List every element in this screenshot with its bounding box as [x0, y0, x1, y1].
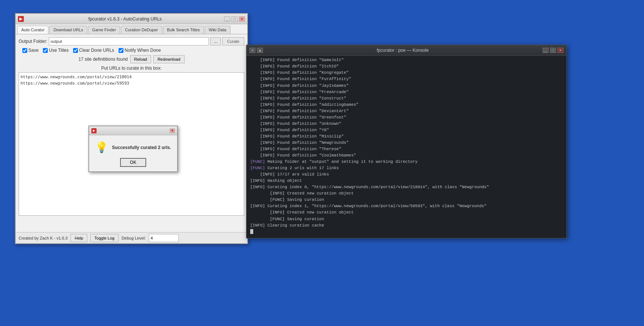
success-dialog: ▶ ✕ 💡 Successfully curated 2 urls. OK — [88, 126, 178, 172]
dialog-content: 💡 Successfully curated 2 urls. OK — [89, 135, 177, 171]
konsole-title: fpcurator : poe — Konsole — [263, 48, 543, 53]
bulb-icon: 💡 — [95, 141, 108, 153]
konsole-right-buttons: _ □ ✕ — [543, 48, 563, 53]
konsole-close-button[interactable]: ✕ — [557, 48, 563, 53]
dialog-close-button[interactable]: ✕ — [170, 129, 175, 133]
terminal-content[interactable]: ~/Documents/Code/git/fpcurator main > po… — [246, 56, 566, 238]
dialog-ok-button[interactable]: OK — [120, 158, 146, 167]
konsole-menu-button[interactable]: ≡ — [249, 48, 255, 53]
dialog-message: Successfully curated 2 urls. — [112, 145, 171, 150]
dialog-app-icon: ▶ — [91, 128, 97, 133]
konsole-minimize-button[interactable]: _ — [543, 48, 549, 53]
konsole-window: ≡ ▲ fpcurator : poe — Konsole _ □ ✕ ~/Do… — [246, 45, 567, 238]
konsole-titlebar: ≡ ▲ fpcurator : poe — Konsole _ □ ✕ — [246, 45, 566, 56]
konsole-left-buttons: ≡ ▲ — [249, 48, 263, 53]
konsole-up-button[interactable]: ▲ — [257, 48, 263, 53]
dialog-overlay: ▶ ✕ 💡 Successfully curated 2 urls. OK — [16, 14, 247, 243]
dialog-titlebar: ▶ ✕ — [89, 126, 177, 135]
fpcurator-window: ▶ fpcurator v1.6.3 - AutoCurating URLs _… — [15, 13, 248, 244]
dialog-message-row: 💡 Successfully curated 2 urls. — [95, 141, 171, 153]
konsole-maximize-button[interactable]: □ — [550, 48, 556, 53]
